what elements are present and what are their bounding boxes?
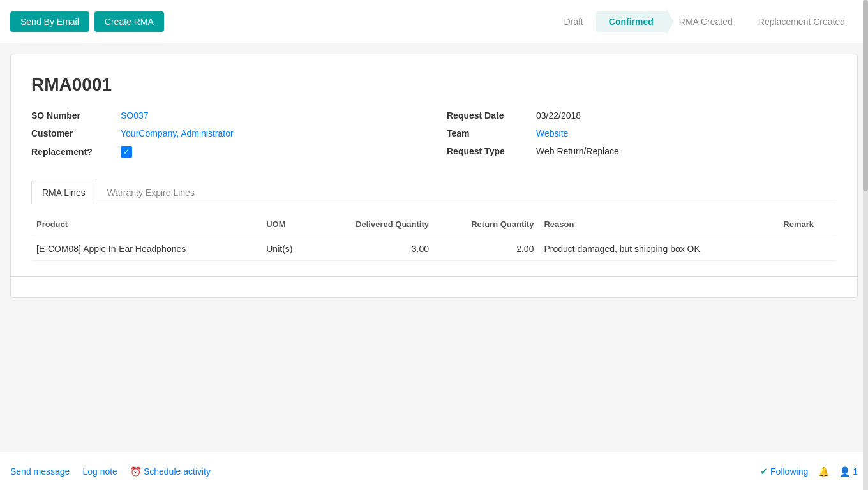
scrollbar[interactable] [863, 0, 868, 452]
table-row[interactable]: [E-COM08] Apple In-Ear HeadphonesUnit(s)… [31, 237, 837, 261]
cell-delivered_quantity: 3.00 [314, 237, 434, 261]
fields-grid: SO NumberSO037CustomerYourCompany, Admin… [31, 110, 837, 165]
send-by-email-button[interactable]: Send By Email [10, 11, 89, 32]
cell-return_quantity: 2.00 [434, 237, 539, 261]
fields-left: SO NumberSO037CustomerYourCompany, Admin… [31, 110, 421, 165]
create-rma-button[interactable]: Create RMA [94, 11, 164, 32]
cell-product: [E-COM08] Apple In-Ear Headphones [31, 237, 261, 261]
field-label-replacement: Replacement? [31, 147, 121, 157]
status-step-draft[interactable]: Draft [551, 11, 595, 32]
field-row-replacement: Replacement?✓ [31, 146, 421, 158]
col-header-uom: UOM [261, 214, 313, 237]
field-label-team: Team [447, 128, 536, 138]
field-label-customer: Customer [31, 128, 121, 138]
tab-rma_lines[interactable]: RMA Lines [31, 181, 96, 204]
rma-lines-table: ProductUOMDelivered QuantityReturn Quant… [31, 214, 837, 261]
col-header-return_quantity: Return Quantity [434, 214, 539, 237]
field-label-request_date: Request Date [447, 110, 536, 121]
status-step-rma_created[interactable]: RMA Created [666, 11, 745, 32]
toolbar: Send By Email Create RMA DraftConfirmedR… [0, 0, 868, 43]
field-row-request_type: Request TypeWeb Return/Replace [447, 146, 837, 156]
tab-warranty_expire_lines[interactable]: Warranty Expire Lines [96, 181, 206, 204]
cell-uom: Unit(s) [261, 237, 313, 261]
field-value-request_date: 03/22/2018 [536, 110, 581, 121]
col-header-delivered_quantity: Delivered Quantity [314, 214, 434, 237]
field-value-request_type: Web Return/Replace [536, 146, 619, 156]
col-header-remark: Remark [778, 214, 837, 237]
form-card: RMA0001 SO NumberSO037CustomerYourCompan… [10, 54, 858, 298]
checkbox-replacement[interactable]: ✓ [121, 146, 132, 158]
col-header-reason: Reason [539, 214, 778, 237]
scrollbar-thumb [863, 0, 868, 191]
col-header-product: Product [31, 214, 261, 237]
status-step-confirmed[interactable]: Confirmed [596, 11, 666, 32]
fields-right: Request Date03/22/2018TeamWebsiteRequest… [447, 110, 837, 165]
field-row-team: TeamWebsite [447, 128, 837, 138]
field-value-team[interactable]: Website [536, 128, 568, 138]
cell-remark [778, 237, 837, 261]
status-step-replacement_created[interactable]: Replacement Created [745, 11, 858, 32]
field-label-so_number: SO Number [31, 110, 121, 121]
field-value-so_number[interactable]: SO037 [121, 110, 149, 121]
field-row-so_number: SO NumberSO037 [31, 110, 421, 121]
divider [11, 276, 857, 277]
field-value-customer[interactable]: YourCompany, Administrator [121, 128, 234, 138]
status-bar: DraftConfirmedRMA CreatedReplacement Cre… [551, 11, 858, 32]
main-content: RMA0001 SO NumberSO037CustomerYourCompan… [0, 43, 868, 452]
tabs-container: RMA LinesWarranty Expire Lines [31, 181, 837, 204]
field-value-replacement[interactable]: ✓ [121, 146, 132, 158]
field-label-request_type: Request Type [447, 146, 536, 156]
toolbar-left: Send By Email Create RMA [10, 11, 164, 32]
cell-reason: Product damaged, but shipping box OK [539, 237, 778, 261]
field-row-request_date: Request Date03/22/2018 [447, 110, 837, 121]
field-row-customer: CustomerYourCompany, Administrator [31, 128, 421, 138]
record-title: RMA0001 [31, 75, 837, 95]
